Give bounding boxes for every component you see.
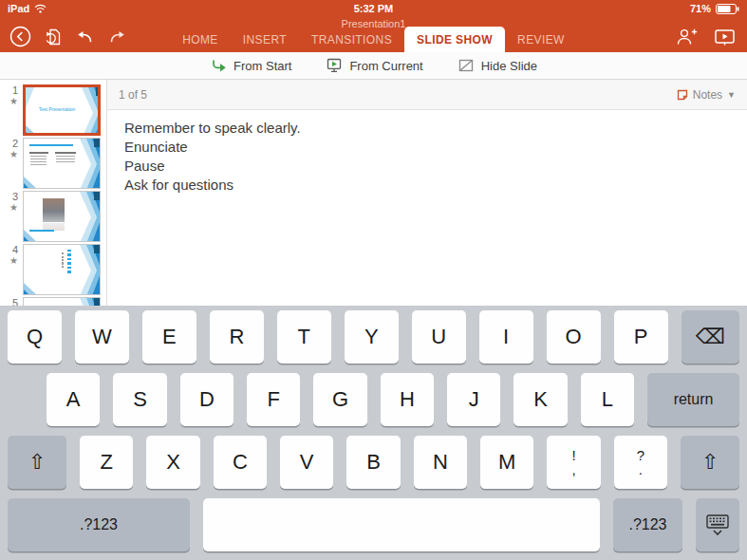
tab-insert[interactable]: INSERT — [231, 27, 299, 52]
key-o[interactable]: O — [547, 310, 601, 364]
exclamation-comma-key[interactable]: !, — [547, 436, 600, 489]
question-period-key[interactable]: ?. — [614, 436, 667, 489]
transition-star-icon: ★ — [9, 202, 18, 214]
slide-thumbnail-5[interactable]: 5 — [0, 297, 106, 306]
play-from-current-icon — [326, 57, 343, 74]
space-key[interactable] — [203, 498, 600, 551]
notes-line: Ask for questions — [124, 176, 734, 195]
slide-thumbnail-3[interactable]: 3★ — [0, 191, 106, 242]
key-p[interactable]: P — [614, 310, 668, 364]
notes-pane: 1 of 5 Notes ▼ Remember to speak clearly… — [107, 80, 747, 306]
notes-line: Remember to speak clearly. — [124, 119, 734, 138]
slide-thumbnail-panel[interactable]: 1★Test Presentation2★3★4★5 — [0, 80, 107, 306]
return-key[interactable]: return — [647, 373, 739, 426]
notes-toggle-button[interactable]: Notes ▼ — [677, 88, 736, 102]
slide-thumbnail-2[interactable]: 2★ — [0, 138, 106, 189]
key-n[interactable]: N — [414, 436, 467, 489]
numbers-right-key[interactable]: .?123 — [613, 498, 682, 551]
tab-transitions[interactable]: TRANSITIONS — [299, 27, 404, 52]
key-h[interactable]: H — [381, 373, 434, 426]
slide-number: 3 — [12, 191, 18, 202]
slide-photo — [43, 198, 65, 222]
ribbon-tabs: HOMEINSERTTRANSITIONSSLIDE SHOWREVIEW — [0, 27, 747, 52]
notes-line: Enunciate — [124, 138, 734, 157]
transition-star-icon: ★ — [9, 149, 18, 160]
tab-review[interactable]: REVIEW — [505, 27, 577, 52]
shift-left-key[interactable]: ⇧ — [8, 436, 66, 489]
key-s[interactable]: S — [113, 373, 166, 426]
key-c[interactable]: C — [214, 436, 267, 489]
hide-slide-button[interactable]: Hide Slide — [458, 57, 537, 74]
key-w[interactable]: W — [75, 310, 129, 364]
hide-slide-icon — [458, 57, 475, 74]
slide-thumb-image — [23, 297, 101, 306]
toolbar-button-label: From Start — [233, 59, 291, 73]
key-j[interactable]: J — [447, 373, 500, 426]
keyboard: QWERTYUIOP⌫ASDFGHJKLreturn⇧ZXCVBNM!,?.⇧.… — [0, 306, 747, 560]
from-start-button[interactable]: From Start — [210, 57, 291, 74]
battery-icon — [716, 4, 739, 14]
from-current-button[interactable]: From Current — [326, 57, 422, 74]
play-from-start-icon — [210, 57, 227, 74]
slide-number: 1 — [12, 84, 18, 96]
key-d[interactable]: D — [180, 373, 233, 426]
key-m[interactable]: M — [480, 436, 533, 489]
numbers-left-key[interactable]: .?123 — [8, 498, 190, 551]
content-area: 1★Test Presentation2★3★4★5 1 of 5 Notes … — [0, 80, 747, 306]
slideshow-toolbar: From StartFrom CurrentHide Slide — [0, 52, 747, 80]
tab-slide-show[interactable]: SLIDE SHOW — [404, 27, 505, 52]
key-k[interactable]: K — [514, 373, 567, 426]
notes-line: Pause — [124, 157, 734, 176]
clock: 5:32 PM — [354, 3, 394, 14]
key-b[interactable]: B — [346, 436, 400, 489]
slide-gutter: 4★ — [0, 244, 23, 295]
slide-thumb-image — [23, 138, 101, 189]
toolbar-button-label: Hide Slide — [481, 59, 537, 73]
key-i[interactable]: I — [479, 310, 533, 364]
slide-gutter: 5 — [0, 297, 23, 306]
ribbon: Presentation1 HOMEINSERTTRANSITIONSSLIDE… — [0, 17, 747, 52]
key-t[interactable]: T — [277, 310, 331, 364]
slide-number: 4 — [12, 244, 18, 255]
toolbar-button-label: From Current — [349, 59, 422, 73]
key-v[interactable]: V — [280, 436, 333, 489]
slide-title-text: Test Presentation — [29, 106, 84, 112]
slide-gutter: 3★ — [0, 191, 23, 242]
notes-header: 1 of 5 Notes ▼ — [107, 80, 747, 110]
status-bar: iPad 5:32 PM 71% — [0, 0, 747, 17]
slide-number: 2 — [12, 138, 18, 149]
shift-right-key[interactable]: ⇧ — [681, 436, 739, 489]
key-u[interactable]: U — [412, 310, 466, 364]
slide-thumb-image — [23, 244, 101, 295]
slide-position-label: 1 of 5 — [119, 88, 147, 102]
key-l[interactable]: L — [581, 373, 634, 426]
key-f[interactable]: F — [247, 373, 300, 426]
key-y[interactable]: Y — [345, 310, 399, 364]
chevron-down-icon: ▼ — [727, 90, 736, 100]
device-label: iPad — [8, 3, 29, 14]
slide-gutter: 2★ — [0, 138, 23, 189]
notes-label: Notes — [693, 88, 722, 102]
present-icon[interactable] — [714, 28, 736, 47]
notes-text-area[interactable]: Remember to speak clearly.EnunciatePause… — [107, 110, 747, 195]
ribbon-right-icons — [675, 27, 736, 47]
key-x[interactable]: X — [146, 436, 199, 489]
dismiss-keyboard-key[interactable] — [696, 498, 739, 551]
slide-gutter: 1★ — [0, 84, 23, 136]
key-e[interactable]: E — [142, 310, 196, 364]
key-g[interactable]: G — [313, 373, 366, 426]
key-q[interactable]: Q — [8, 310, 62, 364]
tab-home[interactable]: HOME — [170, 27, 231, 52]
transition-star-icon: ★ — [9, 255, 18, 267]
slide-thumbnail-1[interactable]: 1★Test Presentation — [0, 84, 106, 136]
key-a[interactable]: A — [47, 373, 100, 426]
add-people-icon[interactable] — [675, 27, 699, 47]
notes-icon — [677, 89, 688, 101]
key-r[interactable]: R — [210, 310, 264, 364]
key-z[interactable]: Z — [80, 436, 133, 489]
wifi-icon — [34, 4, 47, 13]
transition-star-icon: ★ — [9, 96, 18, 107]
backspace-key[interactable]: ⌫ — [682, 310, 740, 364]
slide-thumb-image — [23, 191, 101, 242]
slide-thumbnail-4[interactable]: 4★ — [0, 244, 106, 295]
